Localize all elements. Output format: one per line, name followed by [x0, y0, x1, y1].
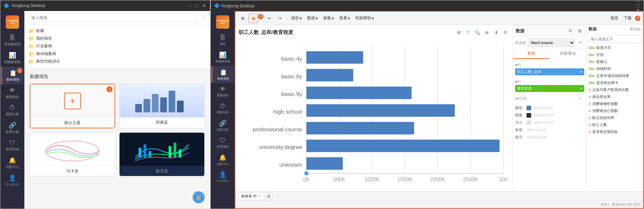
chart-download-btn[interactable]: ⬇: [492, 28, 500, 36]
right-sidebar-profile[interactable]: 👤 个人中心: [211, 168, 234, 186]
svg-text:high.school: high.school: [273, 108, 302, 115]
fields-search-input[interactable]: [589, 35, 641, 43]
tree-item-my-reports[interactable]: 📁 我的报告: [28, 35, 206, 42]
field-duration[interactable]: Abc 持续时间: [587, 65, 643, 72]
sidebar-item-add-datasource[interactable]: 🗄 添加数据源: [1, 32, 24, 49]
field-euribor[interactable]: # 欧元存款利率: [587, 114, 643, 121]
section-header-columns: ∨ 列: [515, 61, 584, 68]
right-sidebar-create-dataset[interactable]: 📊 创建数据集: [211, 49, 234, 66]
right-sidebar-make-report[interactable]: 📋 制作报告: [211, 66, 234, 83]
svg-rect-30: [306, 104, 455, 117]
sidebar-item-management[interactable]: 🛡 管理系统: [1, 137, 24, 154]
right-sidebar-view-report[interactable]: 👁 查看报告: [211, 83, 234, 100]
field-type-hash-7: #: [589, 130, 591, 134]
template-card-classic[interactable]: 经典蓝: [119, 84, 205, 128]
template-card-default[interactable]: + 2 默认主题: [30, 84, 115, 128]
tab-unnamed[interactable]: 未命名-3* ✕: [238, 193, 264, 200]
tree-item-mobile[interactable]: 📁 移动端案例: [28, 50, 206, 58]
sidebar-item-create-dataset[interactable]: 📊 创建数据集: [1, 49, 24, 67]
right-sidebar-notifications[interactable]: 🔔 消息中心: [211, 151, 234, 169]
field-has-credit-card[interactable]: Abc 是否有信用卡: [587, 79, 643, 86]
field-prev-result[interactable]: Abc 之前市场活动的结果: [587, 72, 643, 79]
field-tag-education[interactable]: 教育程度 ▾: [515, 85, 584, 92]
tab-data[interactable]: 数据: [513, 49, 550, 59]
right-sidebar-management[interactable]: 🛡 管理系统: [211, 134, 234, 151]
toolbar-grid-btn[interactable]: ⊞: [238, 14, 247, 23]
mark-add-btn[interactable]: +: [576, 96, 584, 101]
dataset-select[interactable]: MaxCompute: [527, 38, 575, 47]
field-month[interactable]: Abc 月份: [587, 51, 643, 58]
svg-rect-10: [169, 146, 171, 158]
field-has-term-deposit[interactable]: # 是否有定期存款: [587, 128, 643, 135]
field-contact-method[interactable]: Abc 联系方式: [587, 44, 643, 51]
field-name-contact-count: 之前与客户联系的次数: [592, 87, 629, 92]
field-consumer-confidence[interactable]: # 消费者信心指数: [587, 107, 643, 114]
right-sidebar-schedule[interactable]: ⏱ 调度任务: [211, 100, 234, 117]
tree-item-demo[interactable]: 📁 典型功能演示: [28, 58, 206, 65]
field-weekday[interactable]: Abc 星期几: [587, 58, 643, 65]
chart-zoom-btn[interactable]: ⊕: [483, 28, 491, 36]
menu-dots-icon[interactable]: ⋮: [201, 14, 206, 21]
left-badge-1: 1: [17, 68, 22, 73]
right-sidebar-add-datasource[interactable]: 🗄 报告: [211, 32, 234, 49]
chart-more-btn[interactable]: ☰: [501, 28, 509, 36]
color-swatch: [526, 106, 531, 110]
tab-close-icon[interactable]: ✕: [258, 194, 261, 198]
tab-analysis[interactable]: 分析算法: [550, 49, 587, 59]
chart-filter-btn[interactable]: ⊞: [455, 28, 463, 36]
bot-icon[interactable]: 🤖: [193, 191, 205, 203]
field-consumer-price[interactable]: # 消费者物价指数: [587, 100, 643, 107]
right-sidebar-deep-analysis[interactable]: 🔗 深度分析: [211, 117, 234, 134]
field-tag-employee-count[interactable]: 职工人数_总和 ▾: [515, 68, 584, 75]
tree-item-industry[interactable]: 📁 行业案例: [28, 42, 206, 50]
bell-icon: 🔔: [9, 157, 16, 164]
toolbar-report-btn[interactable]: 报告 ▾: [289, 14, 304, 23]
download-btn[interactable]: 下载: [622, 14, 634, 23]
panel-refresh-btn[interactable]: ↻: [566, 27, 574, 35]
folder-icon-industry: 📁: [28, 44, 34, 49]
chart-funnel-btn[interactable]: ▽: [464, 28, 472, 36]
tab-add-btn[interactable]: ⊞: [265, 193, 272, 200]
template-card-macaron[interactable]: 马卡龙: [30, 132, 115, 176]
field-name-consumer-price: 消费者物价指数: [592, 101, 618, 106]
add-button[interactable]: +: [64, 93, 81, 109]
left-minimize-btn[interactable]: ─: [187, 3, 192, 8]
field-contact-count[interactable]: # 之前与客户联系的次数: [587, 86, 643, 93]
template-card-dark[interactable]: 皓月蓝: [119, 132, 205, 176]
sidebar-item-schedule[interactable]: ⏱ 调度任务: [1, 102, 24, 119]
sidebar-item-view-report[interactable]: 👁 查看报告: [1, 84, 24, 102]
field-name-consumer-conf: 消费者信心指数: [592, 108, 618, 113]
color-placeholder: 拖拽列到这里: [533, 106, 553, 110]
pattern-label: 图案: [515, 113, 524, 118]
field-employment-change[interactable]: # 就业变化率: [587, 93, 643, 100]
sidebar-item-profile[interactable]: 👤 个人中心: [1, 172, 24, 189]
left-close-btn[interactable]: ✕: [202, 3, 207, 8]
chart-icon: 📊: [9, 52, 16, 59]
left-maximize-btn[interactable]: □: [195, 3, 199, 8]
tree-item-favorites[interactable]: 📁 收藏: [28, 27, 206, 35]
toolbar-redo-btn[interactable]: ↪: [275, 14, 285, 23]
section-header-mark: › 标记组 +: [515, 95, 584, 102]
toolbar-layout-btn[interactable]: ▦: [249, 14, 258, 23]
field-employee-count[interactable]: # 职工人数: [587, 121, 643, 128]
card-label-default: 默认主题: [30, 118, 115, 128]
toolbar-view-btn[interactable]: 查看 ▾: [337, 14, 352, 23]
sidebar-item-deep-analysis[interactable]: 🔗 深度分析: [1, 119, 24, 137]
panel-more-btn[interactable]: ⊞: [576, 27, 584, 35]
chart-search-btn[interactable]: 🔍: [473, 28, 481, 36]
dataset-edit-btn[interactable]: ✎: [576, 39, 584, 47]
toolbar-data-btn[interactable]: 数据 ▾: [305, 14, 320, 23]
left-window-title: Yonghong Desktop: [11, 3, 45, 8]
preview-btn[interactable]: 预览: [608, 14, 620, 23]
toolbar-undo-btn[interactable]: ↩: [265, 14, 274, 23]
toolbar-params-btn[interactable]: 参数 ▾: [321, 14, 336, 23]
right-maximize-btn[interactable]: □: [636, 3, 640, 8]
fields-list: Abc 联系方式 Abc 月份 Abc 星期几 Abc: [587, 44, 643, 191]
chart-area: 职工人数_总和/教育程度 ⊞ ▽ 🔍 ⊕ ⬇ ☰: [235, 25, 513, 191]
sidebar-item-make-report[interactable]: 1 📋 制作报告: [1, 67, 24, 84]
field-type-hash-6: #: [589, 123, 591, 127]
search-input[interactable]: [28, 13, 198, 22]
toolbar-perf-btn[interactable]: 性能帮助 ▾: [353, 14, 376, 23]
sidebar-item-notifications[interactable]: 🔔 消息中心: [1, 154, 24, 172]
field-name-credit-card: 是否有信用卡: [596, 80, 618, 85]
